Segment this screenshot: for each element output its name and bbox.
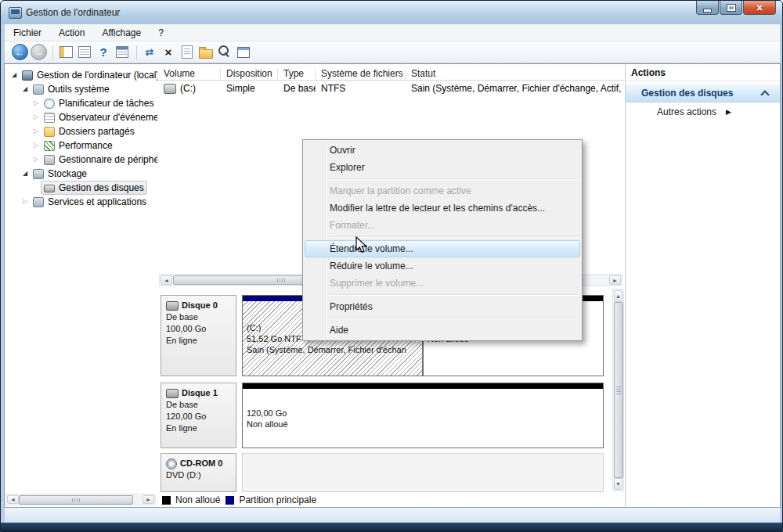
disk-type: DVD (D:): [166, 469, 236, 481]
tree-label: Gestionnaire de périphé: [59, 154, 157, 165]
menu-item-ouvrir[interactable]: Ouvrir: [305, 142, 580, 159]
window-bottom-frame: [1, 523, 783, 532]
tree-horizontal-scrollbar[interactable]: ◄ ►: [5, 494, 156, 505]
chevron-right-icon: ▶: [726, 109, 731, 116]
disk0-label-cell[interactable]: Disque 0 De base 100,00 Go En ligne: [161, 295, 236, 376]
menu-fichier[interactable]: Fichier: [5, 25, 50, 41]
tree-item-services-applications[interactable]: ▷ Services et applications: [5, 195, 157, 209]
tree-item-device-manager[interactable]: ▷ Gestionnaire de périphé: [5, 153, 157, 167]
toolbar-separator: [52, 45, 53, 59]
disk-name: Disque 1: [182, 387, 218, 399]
title-bar[interactable]: Gestion de l'ordinateur ×: [1, 1, 782, 24]
scroll-left-button[interactable]: ◄: [161, 275, 172, 285]
system-tools-icon: [33, 84, 44, 95]
app-icon: [9, 7, 22, 19]
help-button[interactable]: ?: [95, 44, 112, 61]
volume-list-header: Volume Disposition Type Système de fichi…: [158, 67, 624, 81]
section-label: Gestion des disques: [641, 88, 733, 99]
expander-icon[interactable]: ▷: [20, 195, 30, 209]
menu-action[interactable]: Action: [50, 25, 93, 41]
disk-type: De base: [166, 311, 236, 323]
tree-item-system-tools[interactable]: ◢ Outils système: [5, 82, 157, 96]
menu-item-etendre-volume[interactable]: Étendre le volume...: [305, 240, 580, 257]
cd-icon: [166, 458, 177, 469]
disk-status: En ligne: [166, 422, 236, 434]
forward-button[interactable]: →: [30, 44, 47, 61]
tree-item-event-viewer[interactable]: ▷ Observateur d'événeme: [5, 110, 157, 124]
volume-type: De base: [278, 83, 316, 94]
tree-item-computer-management[interactable]: ◢ Gestion de l'ordinateur (local): [5, 68, 157, 82]
new-window-button[interactable]: [235, 44, 252, 61]
expander-icon[interactable]: ▷: [31, 110, 41, 124]
menu-item-explorer[interactable]: Explorer: [305, 159, 580, 176]
expander-icon[interactable]: ▷: [31, 153, 41, 167]
tree-item-storage[interactable]: ◢ Stockage: [5, 167, 157, 181]
scroll-right-button[interactable]: ►: [609, 275, 621, 285]
cdrom-label-cell[interactable]: CD-ROM 0 DVD (D:): [161, 453, 236, 492]
volume-row-c[interactable]: (C:) Simple De base NTFS Sain (Système, …: [158, 81, 624, 95]
disk-area-vertical-scrollbar[interactable]: ▲ ▼: [612, 289, 624, 491]
actions-section-disk-management[interactable]: Gestion des disques: [626, 83, 780, 102]
refresh-button[interactable]: ⇄: [141, 44, 158, 61]
tree-label: Stockage: [48, 168, 87, 179]
scroll-up-button[interactable]: ▲: [614, 290, 622, 302]
disk-type: De base: [166, 399, 236, 411]
menu-separator: [329, 318, 579, 318]
toolbar-separator: [136, 45, 137, 59]
actions-item-autres-actions[interactable]: Autres actions ▶: [626, 102, 780, 121]
minimize-button[interactable]: [696, 1, 719, 15]
scroll-down-button[interactable]: ▼: [614, 478, 622, 490]
column-header-type[interactable]: Type: [278, 67, 316, 81]
forward-icon: →: [31, 44, 47, 60]
expander-icon[interactable]: ▷: [31, 138, 41, 153]
unallocated-stripe: [243, 383, 603, 389]
close-button[interactable]: ×: [743, 1, 776, 15]
maximize-icon: [727, 5, 735, 11]
show-console-tree-button[interactable]: [57, 44, 74, 61]
scrollbar-thumb[interactable]: [19, 495, 133, 505]
cdrom-media-area[interactable]: [242, 453, 604, 492]
tree-item-performance[interactable]: ▷ Performance: [5, 138, 157, 153]
menu-item-aide[interactable]: Aide: [305, 322, 580, 339]
scroll-right-button[interactable]: ►: [143, 495, 154, 504]
volume-disposition: Simple: [221, 83, 278, 94]
expander-icon[interactable]: ◢: [20, 82, 30, 96]
expander-icon[interactable]: ▷: [31, 124, 41, 138]
properties-icon: [182, 45, 193, 59]
delete-button[interactable]: ×: [160, 44, 177, 61]
column-header-statut[interactable]: Statut: [406, 67, 624, 81]
properties-button[interactable]: [179, 44, 196, 61]
open-button[interactable]: [197, 44, 215, 61]
unallocated-region-disk1[interactable]: 120,00 Go Non alloué: [242, 383, 604, 448]
menu-aide[interactable]: ?: [150, 25, 172, 41]
unallocated-label: Non alloué: [247, 419, 603, 430]
volume-context-menu: Ouvrir Explorer Marquer la partition com…: [302, 139, 583, 341]
scrollbar-thumb[interactable]: [614, 302, 623, 478]
expander-icon[interactable]: ◢: [20, 167, 30, 181]
menu-item-reduire-volume[interactable]: Réduire le volume...: [305, 257, 580, 275]
menu-item-modifier-lettre-lecteur[interactable]: Modifier la lettre de lecteur et les che…: [305, 200, 580, 217]
help-icon: ?: [99, 45, 106, 59]
find-button[interactable]: [216, 44, 233, 61]
show-list-button[interactable]: [114, 44, 131, 61]
expander-icon[interactable]: ◢: [9, 68, 19, 82]
chevron-up-icon[interactable]: [760, 90, 769, 99]
tree-item-shared-folders[interactable]: ▷ Dossiers partagés: [5, 124, 157, 138]
column-header-filesystem[interactable]: Système de fichiers: [316, 67, 406, 81]
menu-item-proprietes[interactable]: Propriétés: [305, 298, 580, 315]
tree-item-disk-management[interactable]: Gestion des disques: [5, 181, 157, 195]
tree-item-task-scheduler[interactable]: ▷ Planificateur de tâches: [5, 96, 157, 110]
event-viewer-icon: [44, 113, 55, 123]
performance-icon: [44, 141, 55, 151]
back-button[interactable]: ←: [11, 44, 28, 61]
menu-affichage[interactable]: Affichage: [93, 25, 150, 41]
column-header-volume[interactable]: Volume: [158, 67, 221, 81]
maximize-button[interactable]: [720, 1, 742, 15]
disk1-label-cell[interactable]: Disque 1 De base 120,00 Go En ligne: [161, 383, 236, 448]
expander-icon[interactable]: ▷: [31, 96, 41, 110]
scroll-left-button[interactable]: ◄: [7, 495, 19, 504]
export-list-button[interactable]: [76, 44, 93, 61]
close-icon: ×: [756, 2, 763, 13]
column-header-disposition[interactable]: Disposition: [221, 67, 278, 81]
menu-separator: [329, 294, 579, 295]
